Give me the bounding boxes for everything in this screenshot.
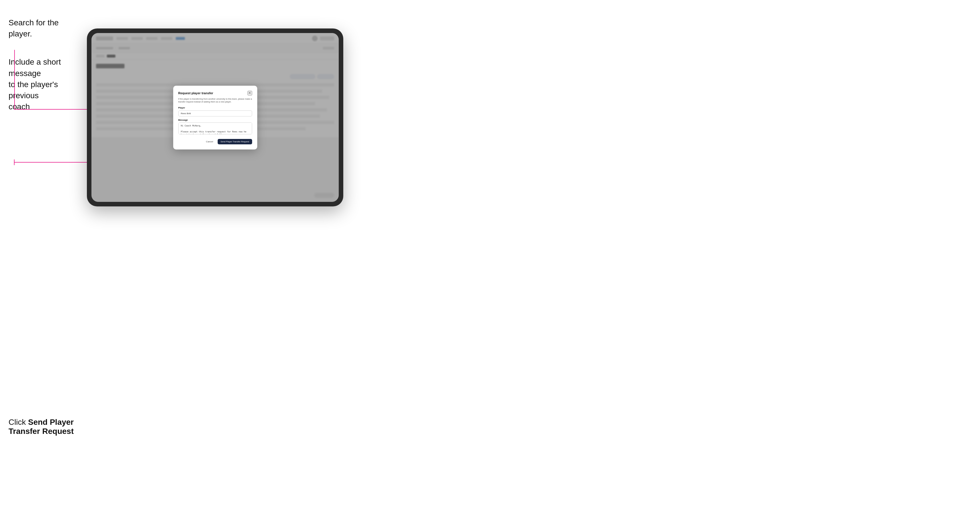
player-label: Player [178, 106, 252, 109]
step1-text: Search for the player. [8, 17, 71, 39]
modal-title: Request player transfer [178, 91, 213, 95]
cancel-button[interactable]: Cancel [204, 139, 215, 144]
message-textarea[interactable]: Hi Coach McHarg, Please accept this tran… [178, 122, 252, 134]
arrow-line-v1 [14, 50, 15, 109]
annotation-area: Search for the player. Include a short m… [0, 0, 80, 146]
modal-description: If the player is transferring from anoth… [178, 98, 252, 104]
modal-dialog: Request player transfer ✕ If the player … [173, 86, 257, 149]
send-transfer-button[interactable]: Send Player Transfer Request [218, 139, 252, 144]
modal-header: Request player transfer ✕ [178, 91, 252, 95]
tablet-frame: › [87, 29, 343, 206]
step2-text: Include a short messageto the player's p… [8, 56, 71, 112]
step3-annotation: Click Send PlayerTransfer Request [8, 417, 74, 436]
close-button[interactable]: ✕ [248, 91, 252, 95]
message-label: Message [178, 119, 252, 121]
modal-footer: Cancel Send Player Transfer Request [178, 139, 252, 144]
modal-overlay: Request player transfer ✕ If the player … [91, 33, 339, 202]
tablet-screen: › [91, 33, 339, 202]
player-input[interactable] [178, 111, 252, 116]
